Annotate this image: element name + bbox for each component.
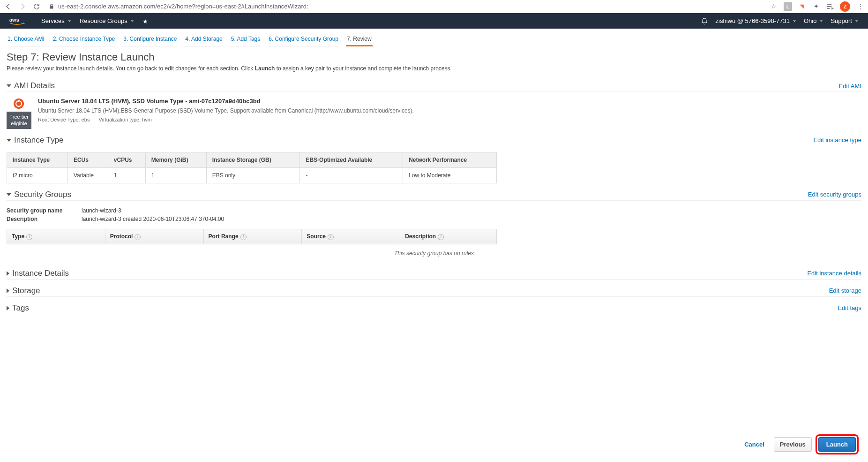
caret-right-icon[interactable] [7, 288, 9, 293]
th-protocol: Protocoli [105, 229, 203, 244]
section-tags-title[interactable]: Tags [12, 303, 29, 313]
edit-storage-link[interactable]: Edit storage [829, 287, 861, 294]
caret-down-icon[interactable] [7, 84, 11, 87]
th-source: Sourcei [302, 229, 400, 244]
info-icon[interactable]: i [240, 234, 247, 240]
menu-services[interactable]: Services [41, 17, 71, 24]
menu-rg-label: Resource Groups [80, 17, 127, 24]
edit-instance-type-link[interactable]: Edit instance type [813, 136, 861, 144]
th-ecus: ECUs [67, 152, 108, 167]
th-ebs: EBS-Optimized Available [300, 152, 403, 167]
edit-security-groups-link[interactable]: Edit security groups [808, 191, 861, 198]
table-row: t2.micro Variable 1 1 EBS only - Low to … [7, 167, 497, 183]
td-ecus: Variable [67, 167, 108, 183]
bell-icon[interactable] [701, 17, 708, 25]
th-protocol-label: Protocol [110, 233, 133, 240]
star-icon[interactable]: ☆ [770, 2, 778, 11]
info-icon[interactable]: i [328, 234, 334, 240]
th-port-label: Port Range [209, 233, 239, 240]
url-text: us-east-2.console.aws.amazon.com/ec2/v2/… [58, 3, 308, 10]
menu-services-label: Services [41, 17, 65, 24]
th-desc-label: Description [405, 233, 436, 240]
menu-region[interactable]: Ohio [804, 17, 823, 24]
info-icon[interactable]: i [135, 234, 141, 240]
edit-instance-details-link[interactable]: Edit instance details [807, 270, 861, 277]
tab-configure-instance[interactable]: 3. Configure Instance [122, 32, 178, 46]
kebab-icon[interactable]: ⋮ [856, 2, 864, 11]
td-storage: EBS only [206, 167, 300, 183]
th-memory: Memory (GiB) [145, 152, 206, 167]
td-vcpus: 1 [108, 167, 145, 183]
free-tier-badge: Free tier eligible [7, 112, 31, 129]
aws-logo[interactable]: aws [9, 16, 30, 26]
caret-down-icon[interactable] [7, 193, 11, 196]
tab-choose-ami[interactable]: 1. Choose AMI [7, 32, 45, 46]
edit-tags-link[interactable]: Edit tags [838, 304, 861, 311]
extensions-icon[interactable]: ✦ [812, 2, 820, 11]
forward-icon[interactable] [18, 2, 27, 11]
tab-choose-instance-type[interactable]: 2. Choose Instance Type [52, 32, 116, 46]
tab-add-storage[interactable]: 4. Add Storage [184, 32, 223, 46]
caret-down-icon[interactable] [7, 139, 11, 142]
tab-configure-security-group[interactable]: 6. Configure Security Group [268, 32, 339, 46]
security-group-rules-table: Typei Protocoli Port Rangei Sourcei Desc… [7, 229, 497, 244]
section-instance-type-title[interactable]: Instance Type [14, 136, 64, 145]
th-vcpus: vCPUs [108, 152, 145, 167]
extension-l-icon[interactable]: L [784, 2, 792, 11]
section-ami-title[interactable]: AMI Details [14, 81, 55, 91]
section-storage-title[interactable]: Storage [12, 286, 40, 295]
chevron-down-icon [130, 19, 134, 23]
profile-avatar[interactable]: Z [840, 1, 850, 12]
playlist-icon[interactable] [826, 2, 834, 11]
url-bar[interactable]: us-east-2.console.aws.amazon.com/ec2/v2/… [46, 3, 765, 10]
svg-text:aws: aws [9, 17, 19, 23]
section-security-groups-title[interactable]: Security Groups [14, 190, 71, 199]
ami-root-device: Root Device Type: ebs [38, 117, 90, 122]
menu-resource-groups[interactable]: Resource Groups [80, 17, 134, 24]
edit-ami-link[interactable]: Edit AMI [839, 83, 861, 90]
caret-right-icon[interactable] [7, 306, 9, 311]
browser-chrome: us-east-2.console.aws.amazon.com/ec2/v2/… [0, 0, 868, 13]
ami-metadata: Root Device Type: ebs Virtualization typ… [38, 117, 861, 122]
ami-name: Ubuntu Server 18.04 LTS (HVM), SSD Volum… [38, 98, 861, 105]
wizard-tabs: 1. Choose AMI 2. Choose Instance Type 3.… [0, 29, 868, 46]
reload-icon[interactable] [32, 2, 41, 11]
aws-header: aws Services Resource Groups ★ zishiwu @… [0, 13, 868, 29]
menu-support[interactable]: Support [831, 17, 859, 24]
chevron-down-icon [819, 19, 823, 23]
info-icon[interactable]: i [438, 234, 444, 240]
ami-description: Ubuntu Server 18.04 LTS (HVM),EBS Genera… [38, 107, 861, 114]
pin-icon[interactable]: ★ [142, 18, 149, 24]
account-label: zishiwu @ 5766-3598-7731 [716, 17, 790, 24]
th-network: Network Performance [403, 152, 497, 167]
desc-part-a: Please review your instance launch detai… [7, 65, 255, 72]
desc-part-c: to assign a key pair to your instance an… [275, 65, 452, 72]
lock-icon [49, 4, 54, 9]
caret-right-icon[interactable] [7, 271, 9, 276]
info-icon[interactable]: i [26, 234, 32, 240]
support-label: Support [831, 17, 852, 24]
back-icon[interactable] [4, 2, 13, 11]
menu-account[interactable]: zishiwu @ 5766-3598-7731 [716, 17, 796, 24]
th-description: Descriptioni [400, 229, 497, 244]
ubuntu-icon [14, 98, 24, 109]
sg-desc-value: launch-wizard-3 created 2020-06-10T23:06… [82, 216, 224, 222]
postman-icon[interactable]: ◥ [798, 2, 806, 11]
sg-name-label: Security group name [7, 207, 82, 214]
th-source-label: Source [307, 233, 326, 240]
section-instance-details-title[interactable]: Instance Details [12, 269, 69, 278]
ami-virt-type: Virtualization type: hvm [99, 117, 152, 122]
td-network: Low to Moderate [403, 167, 497, 183]
page-title: Step 7: Review Instance Launch [7, 51, 861, 63]
td-instance-type: t2.micro [7, 167, 68, 183]
chevron-down-icon [793, 19, 796, 23]
th-type-label: Type [12, 233, 24, 240]
instance-type-table: Instance Type ECUs vCPUs Memory (GiB) In… [7, 152, 497, 183]
tab-review[interactable]: 7. Review [346, 32, 373, 46]
free-tier-line2: eligible [9, 120, 29, 127]
th-port-range: Port Rangei [203, 229, 302, 244]
th-instance-type: Instance Type [7, 152, 68, 167]
chevron-down-icon [67, 19, 71, 23]
page-description: Please review your instance launch detai… [7, 65, 861, 72]
tab-add-tags[interactable]: 5. Add Tags [230, 32, 262, 46]
